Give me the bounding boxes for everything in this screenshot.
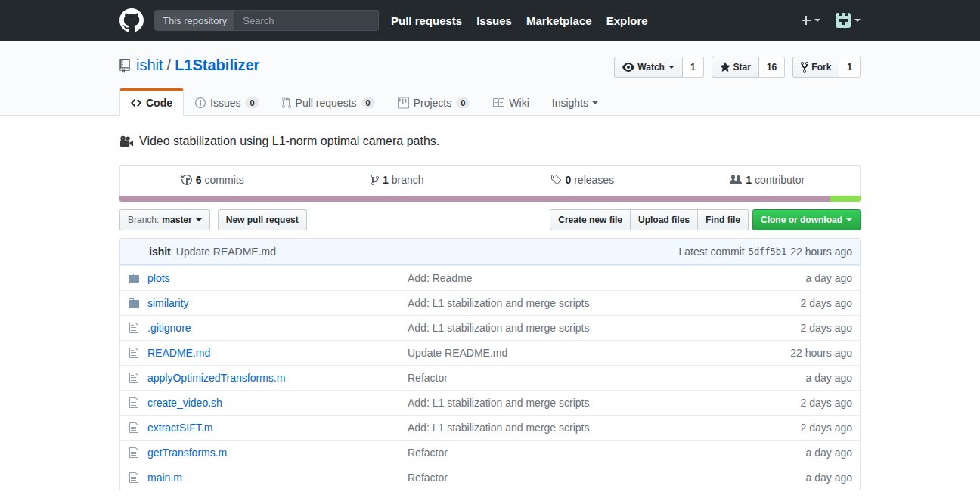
tab-insights[interactable]: Insights [541, 88, 609, 116]
summary-branches: 1branch [305, 166, 491, 196]
clone-or-download-button[interactable]: Clone or download [752, 209, 861, 230]
commit-sha-link[interactable]: 5dff5b1 [749, 246, 787, 257]
find-file-button[interactable]: Find file [697, 209, 749, 230]
file-name-link[interactable]: README.md [147, 347, 210, 359]
file-name-link[interactable]: main.m [147, 472, 182, 484]
new-pull-request-button[interactable]: New pull request [218, 209, 307, 230]
tab-pull-requests[interactable]: Pull requests 0 [271, 88, 386, 116]
caret-down-icon [592, 101, 598, 104]
repo-summary-box: 6commits 1branch 0releases 1contributor [119, 165, 861, 196]
file-commit-message-link[interactable]: Update README.md [408, 347, 507, 359]
file-icon [129, 372, 138, 384]
upload-files-button[interactable]: Upload files [630, 209, 698, 230]
file-icon [129, 347, 138, 359]
search-scope-label[interactable]: This repository [155, 11, 235, 30]
history-icon [181, 174, 192, 186]
file-age: a day ago [754, 447, 852, 459]
user-menu-dropdown[interactable] [836, 13, 861, 28]
repo-book-icon [119, 59, 130, 73]
fork-count[interactable]: 1 [839, 57, 861, 78]
summary-contributors: 1contributor [675, 166, 861, 196]
nav-link-pull-requests[interactable]: Pull requests [391, 14, 462, 27]
file-commit-message-link[interactable]: Add: Readme [408, 272, 473, 284]
project-icon [398, 97, 409, 109]
folder-icon [129, 297, 139, 309]
repo-title-separator: / [167, 57, 172, 74]
tab-issues[interactable]: Issues 0 [184, 88, 271, 116]
file-icon [129, 472, 138, 484]
tab-code[interactable]: Code [119, 88, 184, 116]
caret-down-icon [814, 19, 820, 22]
eye-icon [622, 61, 634, 73]
commit-author-avatar[interactable] [128, 244, 143, 259]
file-commit-message-link[interactable]: Refactor [408, 372, 448, 384]
file-name-link[interactable]: .gitignore [147, 322, 191, 334]
files-box: ishit Update README.md Latest commit 5df… [119, 238, 861, 490]
file-row: getTransforms.m Refactor a day ago [120, 440, 860, 465]
repo-name-link[interactable]: L1Stabilizer [175, 57, 259, 74]
movie-camera-emoji [119, 135, 134, 148]
latest-commit-bar: ishit Update README.md Latest commit 5df… [120, 239, 860, 265]
file-commit-message-link[interactable]: Add: L1 stabilization and merge scripts [408, 397, 589, 409]
nav-link-marketplace[interactable]: Marketplace [526, 14, 592, 27]
create-new-file-button[interactable]: Create new file [550, 209, 631, 230]
file-name-link[interactable]: plots [147, 272, 170, 284]
repo-description-text: Video stabilization using L1-norm optima… [139, 135, 439, 148]
fork-button[interactable]: Fork [792, 57, 839, 78]
pull-requests-count-badge: 0 [361, 97, 375, 108]
nav-link-issues[interactable]: Issues [476, 14, 512, 27]
caret-down-icon [854, 19, 861, 22]
projects-count-badge: 0 [456, 97, 470, 108]
git-branch-icon [371, 174, 379, 186]
file-commit-message-link[interactable]: Add: L1 stabilization and merge scripts [408, 422, 589, 434]
file-age: a day ago [754, 272, 852, 284]
file-commit-message-link[interactable]: Refactor [408, 447, 448, 459]
file-age: 2 days ago [754, 397, 852, 409]
file-name-link[interactable]: getTransforms.m [147, 447, 227, 459]
github-logo-icon[interactable] [119, 8, 144, 32]
create-new-dropdown[interactable] [802, 14, 820, 26]
summary-releases: 0releases [490, 166, 675, 196]
file-row: plots Add: Readme a day ago [120, 265, 860, 290]
commit-author-link[interactable]: ishit [149, 246, 171, 258]
file-row: similarity Add: L1 stabilization and mer… [120, 290, 860, 315]
commit-time: 22 hours ago [790, 246, 852, 258]
git-pull-request-icon [282, 97, 291, 109]
book-icon [492, 97, 504, 109]
repo-title: ishit / L1Stabilizer [119, 57, 259, 74]
star-count[interactable]: 16 [759, 57, 785, 78]
star-group: Star 16 [712, 57, 786, 78]
file-actions-group: Create new file Upload files Find file [550, 209, 749, 230]
branch-select-button[interactable]: Branch: master [119, 209, 210, 230]
watch-button[interactable]: Watch [614, 57, 683, 78]
caret-down-icon [846, 218, 852, 221]
plus-icon [802, 14, 811, 26]
file-name-link[interactable]: applyOptimizedTransforms.m [147, 372, 285, 384]
file-commit-message-link[interactable]: Refactor [408, 472, 448, 484]
summary-commits: 6commits [120, 166, 305, 196]
caret-down-icon [668, 66, 675, 69]
issue-opened-icon [195, 97, 206, 109]
repo-owner-link[interactable]: ishit [136, 57, 163, 74]
file-name-link[interactable]: create_video.sh [147, 397, 222, 409]
file-age: 2 days ago [754, 297, 852, 309]
language-bar[interactable] [119, 196, 861, 202]
watch-count[interactable]: 1 [683, 57, 704, 78]
file-name-link[interactable]: extractSIFT.m [147, 422, 212, 434]
file-commit-message-link[interactable]: Add: L1 stabilization and merge scripts [408, 297, 589, 309]
file-commit-message-link[interactable]: Add: L1 stabilization and merge scripts [408, 322, 589, 334]
file-icon [129, 447, 138, 459]
repo-forked-icon [801, 61, 808, 73]
top-navbar: This repository Pull requests Issues Mar… [0, 0, 980, 41]
latest-commit-label: Latest commit [679, 246, 745, 258]
tab-projects[interactable]: Projects 0 [386, 88, 482, 116]
nav-link-explore[interactable]: Explore [606, 14, 648, 27]
commit-message-link[interactable]: Update README.md [176, 246, 276, 258]
search-input[interactable] [235, 11, 379, 30]
repo-pagehead: ishit / L1Stabilizer Watch 1 Star [0, 41, 980, 116]
file-age: 2 days ago [754, 322, 852, 334]
file-name-link[interactable]: similarity [147, 297, 188, 309]
tab-wiki[interactable]: Wiki [481, 88, 540, 116]
issues-count-badge: 0 [245, 97, 259, 108]
star-button[interactable]: Star [712, 57, 759, 78]
